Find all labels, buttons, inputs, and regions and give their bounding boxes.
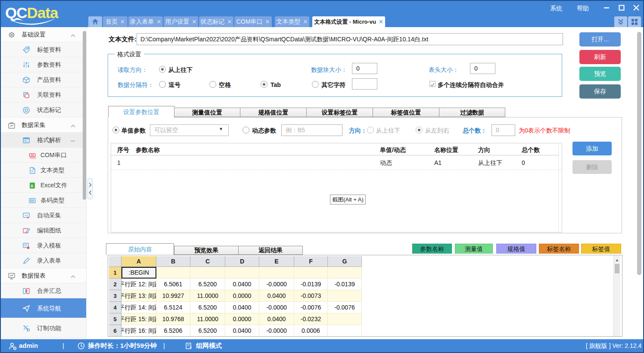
svg-text:RS232: RS232 [30, 157, 36, 159]
svg-text:X: X [31, 184, 33, 188]
